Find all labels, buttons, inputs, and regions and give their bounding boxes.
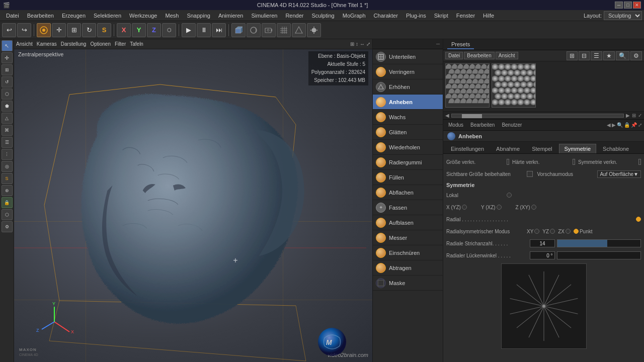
move-tool-button[interactable]: ✛ (52, 23, 66, 37)
left-tool-12[interactable]: ⊛ (2, 185, 13, 196)
left-tool-move[interactable]: ✛ (2, 52, 13, 63)
strichanzahl-bar[interactable] (557, 239, 641, 247)
modus-btn[interactable]: Modus (445, 121, 466, 129)
menu-hilfe[interactable]: Hilfe (479, 12, 498, 20)
close-button[interactable]: ✕ (633, 2, 641, 9)
preset-thumb-1[interactable] (445, 63, 490, 108)
radio-yxz[interactable]: Y (XZ) (481, 205, 502, 210)
mode-pin[interactable]: 📌 (631, 122, 637, 128)
radial-checkbox[interactable] (636, 217, 641, 222)
menu-erzeugen[interactable]: Erzeugen (58, 12, 90, 20)
sculpt-panel-close[interactable]: ─ (436, 41, 440, 47)
vp-icon-2[interactable]: ↕ (356, 41, 358, 47)
y-axis-button[interactable]: Y (132, 23, 146, 37)
left-tool-13[interactable]: 🔒 (2, 197, 13, 208)
tool-fullen[interactable]: Füllen (373, 170, 443, 185)
menu-selektieren[interactable]: Selektieren (90, 12, 125, 20)
presets-file-btn[interactable]: Datei (445, 52, 463, 59)
radio-xy[interactable]: XY (527, 229, 539, 234)
view-cube-button[interactable] (231, 23, 246, 37)
vorschaumodus-dropdown[interactable]: Auf Oberfläche ▼ (597, 170, 641, 178)
transform-button[interactable]: ⬡ (162, 23, 176, 37)
bearbeiten-btn[interactable]: Bearbeiten (467, 121, 498, 129)
mode-maximize[interactable]: ⤢ (638, 122, 642, 128)
tool-radiergummi[interactable]: Radiergummi (373, 155, 443, 170)
grid-button[interactable] (277, 23, 291, 37)
tool-anheben[interactable]: Anheben (373, 95, 443, 110)
z-axis-button[interactable]: Z (147, 23, 161, 37)
menu-bearbeiten[interactable]: Bearbeiten (23, 12, 58, 20)
presets-icon-2[interactable]: ⊟ (579, 51, 590, 60)
slider-icon-1[interactable]: ⊞ (632, 113, 636, 118)
luckenwinkel-input[interactable] (530, 251, 555, 259)
presets-icon-3[interactable]: ☰ (591, 51, 602, 60)
tool-abtragen[interactable]: Abtragen (373, 260, 443, 276)
rotate-tool-button[interactable]: ↻ (82, 23, 96, 37)
zx-radio[interactable] (566, 229, 571, 234)
harte-verkn-checkbox[interactable] (573, 159, 575, 165)
menu-charakter[interactable]: Charakter (370, 12, 402, 20)
benutzer-btn[interactable]: Benutzer (499, 121, 525, 129)
slider-right-arrow[interactable]: ▶ (626, 113, 630, 118)
tool-wiederholen[interactable]: Wiederholen (373, 140, 443, 155)
undo-button[interactable]: ↩ (2, 23, 16, 37)
left-tool-5[interactable]: ⬟ (2, 101, 13, 112)
tab-stempel[interactable]: Stempel (526, 144, 557, 153)
presets-edit-btn[interactable]: Bearbeiten (464, 52, 494, 59)
tool-wachs[interactable]: Wachs (373, 110, 443, 125)
menu-mesh[interactable]: Mesh (161, 12, 183, 20)
playback-button2[interactable]: ⏸ (197, 23, 211, 37)
lokal-radio[interactable] (507, 193, 512, 198)
tool-erhohen[interactable]: Erhöhen (373, 79, 443, 95)
vp-icon-1[interactable]: ⊞ (350, 41, 354, 47)
radio-punkt[interactable]: Punkt (574, 229, 593, 234)
yz-radio[interactable] (550, 229, 555, 234)
left-tool-10[interactable]: ◎ (2, 161, 13, 172)
tool-glatten[interactable]: Glätten (373, 125, 443, 140)
tool-einschnuren[interactable]: Einschnüren (373, 245, 443, 260)
camera-button[interactable] (262, 23, 276, 37)
tool-fassen[interactable]: ✦ Fassen (373, 200, 443, 215)
punkt-radio[interactable] (574, 229, 579, 234)
mode-lock[interactable]: 🔒 (624, 122, 630, 128)
left-tool-8[interactable]: ☰ (2, 137, 13, 148)
left-tool-select[interactable]: ↖ (2, 40, 13, 51)
left-tool-15[interactable]: ⚙ (2, 221, 13, 232)
layout-dropdown[interactable]: Sculpting Standard Animate (604, 11, 642, 20)
minimize-button[interactable]: ─ (615, 2, 623, 9)
radio-zxy[interactable]: Z (XY) (516, 205, 536, 210)
vp-optionen[interactable]: Optionen (90, 41, 111, 47)
vp-darstellung[interactable]: Darstellung (61, 41, 87, 47)
tab-einstellungen[interactable]: Einstellungen (445, 144, 490, 153)
grosse-verkn-checkbox[interactable] (507, 159, 509, 165)
select-tool-button[interactable] (37, 23, 51, 37)
rotate-view-button[interactable] (247, 23, 261, 37)
tool-abflachen[interactable]: Abflachen (373, 185, 443, 200)
presets-icon-5[interactable]: 🔍 (616, 51, 629, 60)
tool-unterteilen[interactable]: Unterteilen (373, 49, 443, 64)
vp-kameras[interactable]: Kameras (37, 41, 57, 47)
slider-left-arrow[interactable]: ◀ (445, 113, 449, 118)
tool-messer[interactable]: Messer (373, 230, 443, 245)
tab-abnahme[interactable]: Abnahme (491, 144, 525, 153)
radio-yz[interactable]: YZ (542, 229, 555, 234)
vp-ansicht[interactable]: Ansicht (16, 41, 33, 47)
left-tool-4[interactable]: ⬡ (2, 88, 13, 100)
menu-skript[interactable]: Skript (430, 12, 452, 20)
radio-xyz[interactable]: X (YZ) (446, 205, 467, 210)
left-tool-6[interactable]: △ (2, 113, 13, 124)
menu-snapping[interactable]: Snapping (183, 12, 214, 20)
presets-view-btn[interactable]: Ansicht (496, 52, 518, 59)
tab-schablone[interactable]: Schablone (597, 144, 634, 153)
menu-animieren[interactable]: Animieren (214, 12, 248, 20)
radio-zx[interactable]: ZX (558, 229, 571, 234)
s-tool-button[interactable]: S (97, 23, 111, 37)
left-tool-7[interactable]: ⌘ (2, 125, 13, 136)
sichtbare-grosse-checkbox[interactable] (527, 171, 533, 177)
y-xz-radio[interactable] (497, 205, 502, 210)
vp-icon-4[interactable]: ⤢ (366, 41, 370, 47)
luckenwinkel-bar[interactable] (557, 251, 641, 259)
vp-filter[interactable]: Filter (115, 41, 126, 47)
redo-button[interactable]: ↪ (17, 23, 31, 37)
presets-icon-6[interactable]: ⚙ (630, 51, 642, 60)
